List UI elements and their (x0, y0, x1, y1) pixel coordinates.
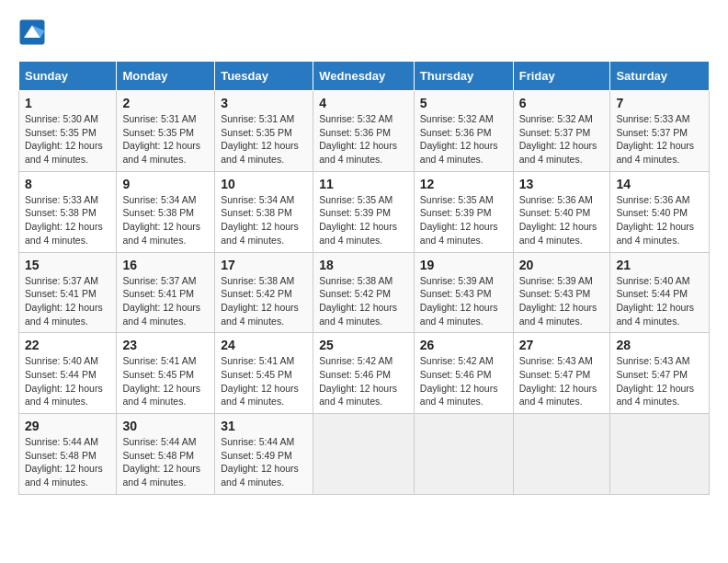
day-info: Sunrise: 5:43 AM Sunset: 5:47 PM Dayligh… (616, 354, 703, 408)
calendar-cell (414, 414, 513, 495)
calendar-cell: 28 Sunrise: 5:43 AM Sunset: 5:47 PM Dayl… (610, 333, 710, 414)
calendar-cell: 19 Sunrise: 5:39 AM Sunset: 5:43 PM Dayl… (414, 252, 513, 333)
week-row-2: 8 Sunrise: 5:33 AM Sunset: 5:38 PM Dayli… (19, 171, 710, 252)
day-number: 1 (25, 96, 110, 110)
day-info: Sunrise: 5:44 AM Sunset: 5:48 PM Dayligh… (25, 435, 110, 489)
day-number: 19 (420, 258, 507, 272)
calendar-cell: 17 Sunrise: 5:38 AM Sunset: 5:42 PM Dayl… (215, 252, 313, 333)
calendar-cell: 9 Sunrise: 5:34 AM Sunset: 5:38 PM Dayli… (117, 171, 215, 252)
day-info: Sunrise: 5:44 AM Sunset: 5:49 PM Dayligh… (221, 435, 307, 489)
day-info: Sunrise: 5:42 AM Sunset: 5:46 PM Dayligh… (319, 354, 408, 408)
day-info: Sunrise: 5:42 AM Sunset: 5:46 PM Dayligh… (420, 354, 507, 408)
day-info: Sunrise: 5:32 AM Sunset: 5:36 PM Dayligh… (319, 112, 408, 167)
day-info: Sunrise: 5:32 AM Sunset: 5:37 PM Dayligh… (519, 112, 605, 167)
calendar-cell: 20 Sunrise: 5:39 AM Sunset: 5:43 PM Dayl… (513, 252, 610, 333)
day-info: Sunrise: 5:37 AM Sunset: 5:41 PM Dayligh… (122, 274, 209, 328)
col-header-monday: Monday (117, 62, 215, 91)
day-info: Sunrise: 5:35 AM Sunset: 5:39 PM Dayligh… (420, 193, 507, 247)
calendar-cell: 30 Sunrise: 5:44 AM Sunset: 5:48 PM Dayl… (117, 414, 215, 495)
day-info: Sunrise: 5:41 AM Sunset: 5:45 PM Dayligh… (122, 354, 209, 408)
logo (18, 18, 50, 46)
calendar-cell: 15 Sunrise: 5:37 AM Sunset: 5:41 PM Dayl… (19, 252, 117, 333)
header-row: SundayMondayTuesdayWednesdayThursdayFrid… (19, 62, 710, 91)
col-header-sunday: Sunday (19, 62, 117, 91)
day-number: 5 (420, 96, 507, 110)
calendar-cell: 25 Sunrise: 5:42 AM Sunset: 5:46 PM Dayl… (313, 333, 415, 414)
day-number: 16 (122, 258, 209, 272)
day-info: Sunrise: 5:41 AM Sunset: 5:45 PM Dayligh… (221, 354, 307, 408)
calendar-cell: 22 Sunrise: 5:40 AM Sunset: 5:44 PM Dayl… (19, 333, 117, 414)
logo-icon (18, 18, 46, 46)
week-row-1: 1 Sunrise: 5:30 AM Sunset: 5:35 PM Dayli… (19, 91, 710, 172)
day-number: 8 (25, 177, 110, 191)
day-number: 6 (519, 96, 605, 110)
day-info: Sunrise: 5:36 AM Sunset: 5:40 PM Dayligh… (616, 193, 703, 247)
day-number: 11 (319, 177, 408, 191)
day-number: 31 (221, 419, 307, 433)
col-header-saturday: Saturday (610, 62, 710, 91)
day-info: Sunrise: 5:38 AM Sunset: 5:42 PM Dayligh… (319, 274, 408, 328)
day-number: 25 (319, 338, 408, 352)
day-number: 15 (25, 258, 110, 272)
day-number: 30 (122, 419, 209, 433)
day-number: 4 (319, 96, 408, 110)
calendar-cell: 13 Sunrise: 5:36 AM Sunset: 5:40 PM Dayl… (513, 171, 610, 252)
day-info: Sunrise: 5:34 AM Sunset: 5:38 PM Dayligh… (122, 193, 209, 247)
calendar-cell: 14 Sunrise: 5:36 AM Sunset: 5:40 PM Dayl… (610, 171, 710, 252)
calendar-cell: 6 Sunrise: 5:32 AM Sunset: 5:37 PM Dayli… (513, 91, 610, 172)
col-header-friday: Friday (513, 62, 610, 91)
day-number: 28 (616, 338, 703, 352)
day-number: 7 (616, 96, 703, 110)
calendar-cell: 31 Sunrise: 5:44 AM Sunset: 5:49 PM Dayl… (215, 414, 313, 495)
week-row-5: 29 Sunrise: 5:44 AM Sunset: 5:48 PM Dayl… (19, 414, 710, 495)
day-number: 17 (221, 258, 307, 272)
day-info: Sunrise: 5:43 AM Sunset: 5:47 PM Dayligh… (519, 354, 605, 408)
calendar-cell: 4 Sunrise: 5:32 AM Sunset: 5:36 PM Dayli… (313, 91, 415, 172)
calendar-cell: 21 Sunrise: 5:40 AM Sunset: 5:44 PM Dayl… (610, 252, 710, 333)
calendar-cell (610, 414, 710, 495)
day-info: Sunrise: 5:33 AM Sunset: 5:37 PM Dayligh… (616, 112, 703, 167)
calendar-table: SundayMondayTuesdayWednesdayThursdayFrid… (18, 61, 710, 495)
calendar-cell: 10 Sunrise: 5:34 AM Sunset: 5:38 PM Dayl… (215, 171, 313, 252)
page-header (18, 18, 710, 46)
day-info: Sunrise: 5:39 AM Sunset: 5:43 PM Dayligh… (420, 274, 507, 328)
calendar-cell: 3 Sunrise: 5:31 AM Sunset: 5:35 PM Dayli… (215, 91, 313, 172)
day-info: Sunrise: 5:30 AM Sunset: 5:35 PM Dayligh… (25, 112, 110, 167)
calendar-cell: 11 Sunrise: 5:35 AM Sunset: 5:39 PM Dayl… (313, 171, 415, 252)
day-number: 3 (221, 96, 307, 110)
day-number: 20 (519, 258, 605, 272)
calendar-cell: 7 Sunrise: 5:33 AM Sunset: 5:37 PM Dayli… (610, 91, 710, 172)
day-number: 13 (519, 177, 605, 191)
day-info: Sunrise: 5:31 AM Sunset: 5:35 PM Dayligh… (122, 112, 209, 167)
day-info: Sunrise: 5:35 AM Sunset: 5:39 PM Dayligh… (319, 193, 408, 247)
day-number: 2 (122, 96, 209, 110)
day-number: 18 (319, 258, 408, 272)
day-info: Sunrise: 5:32 AM Sunset: 5:36 PM Dayligh… (420, 112, 507, 167)
calendar-cell: 29 Sunrise: 5:44 AM Sunset: 5:48 PM Dayl… (19, 414, 117, 495)
day-number: 14 (616, 177, 703, 191)
day-info: Sunrise: 5:44 AM Sunset: 5:48 PM Dayligh… (122, 435, 209, 489)
day-info: Sunrise: 5:37 AM Sunset: 5:41 PM Dayligh… (25, 274, 110, 328)
day-number: 22 (25, 338, 110, 352)
week-row-3: 15 Sunrise: 5:37 AM Sunset: 5:41 PM Dayl… (19, 252, 710, 333)
day-info: Sunrise: 5:36 AM Sunset: 5:40 PM Dayligh… (519, 193, 605, 247)
day-number: 26 (420, 338, 507, 352)
day-info: Sunrise: 5:33 AM Sunset: 5:38 PM Dayligh… (25, 193, 110, 247)
calendar-cell: 24 Sunrise: 5:41 AM Sunset: 5:45 PM Dayl… (215, 333, 313, 414)
calendar-cell: 23 Sunrise: 5:41 AM Sunset: 5:45 PM Dayl… (117, 333, 215, 414)
col-header-tuesday: Tuesday (215, 62, 313, 91)
day-info: Sunrise: 5:31 AM Sunset: 5:35 PM Dayligh… (221, 112, 307, 167)
day-info: Sunrise: 5:38 AM Sunset: 5:42 PM Dayligh… (221, 274, 307, 328)
day-number: 24 (221, 338, 307, 352)
col-header-thursday: Thursday (414, 62, 513, 91)
day-info: Sunrise: 5:39 AM Sunset: 5:43 PM Dayligh… (519, 274, 605, 328)
day-info: Sunrise: 5:40 AM Sunset: 5:44 PM Dayligh… (616, 274, 703, 328)
calendar-cell: 12 Sunrise: 5:35 AM Sunset: 5:39 PM Dayl… (414, 171, 513, 252)
calendar-cell: 1 Sunrise: 5:30 AM Sunset: 5:35 PM Dayli… (19, 91, 117, 172)
calendar-cell: 18 Sunrise: 5:38 AM Sunset: 5:42 PM Dayl… (313, 252, 415, 333)
calendar-cell: 16 Sunrise: 5:37 AM Sunset: 5:41 PM Dayl… (117, 252, 215, 333)
day-number: 29 (25, 419, 110, 433)
day-number: 10 (221, 177, 307, 191)
day-info: Sunrise: 5:40 AM Sunset: 5:44 PM Dayligh… (25, 354, 110, 408)
day-number: 21 (616, 258, 703, 272)
